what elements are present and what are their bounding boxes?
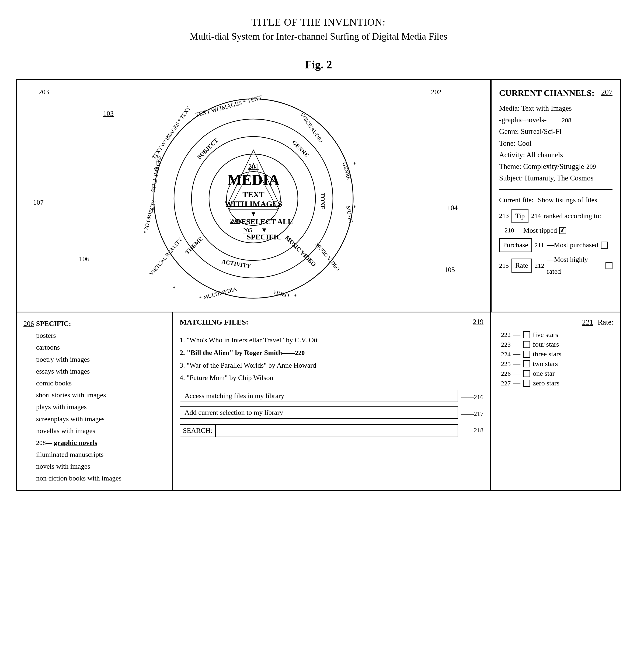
rate-item-0: 222 — five stars xyxy=(497,331,614,339)
svg-text:*: * xyxy=(166,134,169,141)
tip-num: 213 xyxy=(499,210,509,221)
ref-104: 104 xyxy=(447,204,458,212)
svg-text:GENRE: GENRE xyxy=(291,139,311,158)
svg-text:* MULTIMEDIA: * MULTIMEDIA xyxy=(199,286,237,302)
specific-item-novels: novels with images xyxy=(36,460,122,472)
rate-num2: 212 xyxy=(535,260,544,271)
most-tipped-num: 210 xyxy=(505,225,514,236)
specific-item-5: short stories with images xyxy=(36,389,122,401)
svg-text:*: * xyxy=(294,293,297,299)
svg-text:MEDIA: MEDIA xyxy=(228,171,279,188)
specific-panel: 206 SPECIFIC: posters cartoons poetry wi… xyxy=(17,312,173,490)
svg-text:VOICE/AUDIO: VOICE/AUDIO xyxy=(299,111,324,144)
svg-text:*: * xyxy=(340,244,343,251)
rate-checkbox-0[interactable] xyxy=(523,331,530,338)
rate-panel-title: Rate: xyxy=(598,318,614,326)
rate-label-5: zero stars xyxy=(533,379,560,387)
specific-item-nonfiction: non-fiction books with images xyxy=(36,472,122,484)
specific-graphic-novels: graphic novels xyxy=(54,437,97,449)
rate-checkbox-4[interactable] xyxy=(523,370,530,377)
most-tipped-checkbox[interactable]: ✗ xyxy=(559,227,566,234)
rate-item-3: 225 — two stars xyxy=(497,360,614,368)
rate-checkbox-2[interactable] xyxy=(523,351,530,358)
channels-graphic-novels: -graphic novels- xyxy=(499,114,546,126)
svg-text:VIDEO: VIDEO xyxy=(272,289,290,299)
specific-item-8: novellas with images xyxy=(36,425,122,437)
ref-107: 107 xyxy=(33,199,44,206)
most-purchased-checkbox[interactable] xyxy=(601,241,608,249)
page-title: TITLE OF THE INVENTION: xyxy=(16,16,621,28)
svg-text:GENRE: GENRE xyxy=(342,162,352,180)
rate-item-5: 227 — zero stars xyxy=(497,379,614,387)
svg-text:*: * xyxy=(353,204,356,211)
rate-num1: 215 xyxy=(499,260,509,271)
channels-number: 207 xyxy=(601,87,613,98)
main-container: 203 103 202 104 105 106 107 TEXT W/ IMAG… xyxy=(16,79,621,491)
file-item-0: 1. "Who's Who in Interstellar Travel" by… xyxy=(180,334,484,347)
rate-checkbox-1[interactable] xyxy=(523,341,530,348)
svg-text:MUSIC VIDEO: MUSIC VIDEO xyxy=(314,241,341,272)
channels-activity: Activity: All channels xyxy=(499,149,613,161)
channels-theme-num: 209 xyxy=(586,161,596,171)
svg-text:201: 201 xyxy=(248,163,259,170)
most-tipped-desc: —Most tipped xyxy=(516,225,557,236)
specific-item-6: plays with images xyxy=(36,401,122,413)
rate-label-0: five stars xyxy=(533,331,558,339)
file-item-2: 3. "War of the Parallel Worlds" by Anne … xyxy=(180,359,484,372)
specific-item-illu: illuminated manuscripts xyxy=(36,449,122,460)
rate-panel-number: 221 xyxy=(582,318,593,326)
access-library-button[interactable]: Access matching files in my library xyxy=(180,390,458,402)
svg-text:*: * xyxy=(172,285,176,291)
channels-tone: Tone: Cool xyxy=(499,138,613,149)
fig-label: Fig. 2 xyxy=(16,58,621,71)
svg-text:SPECIFIC: SPECIFIC xyxy=(247,233,282,241)
channels-media: Media: Text with Images xyxy=(499,103,613,114)
rate-item-1: 223 — four stars xyxy=(497,341,614,348)
rate-label-3: two stars xyxy=(533,360,558,368)
specific-label-num: 206 xyxy=(23,318,34,330)
dial-panel: 203 103 202 104 105 106 107 TEXT W/ IMAG… xyxy=(17,80,491,312)
svg-text:*: * xyxy=(151,206,154,213)
svg-text:*: * xyxy=(154,166,157,173)
purchase-button[interactable]: Purchase xyxy=(499,238,532,252)
access-num: ——216 xyxy=(461,394,484,401)
search-input[interactable] xyxy=(215,425,458,437)
svg-text:THEME: THEME xyxy=(184,235,204,256)
dial-svg: TEXT W/ IMAGES * TEXT TEXT W/ IMAGES * T… xyxy=(132,85,375,306)
svg-text:VIRTUAL REALITY: VIRTUAL REALITY xyxy=(148,236,183,277)
file-item-3: 4. "Future Mom" by Chip Wilson xyxy=(180,372,484,384)
svg-text:ACTIVITY: ACTIVITY xyxy=(221,258,252,270)
rate-label-4: one star xyxy=(533,369,555,378)
matching-number: 219 xyxy=(473,318,484,326)
specific-title: SPECIFIC: xyxy=(36,318,122,330)
channels-panel: CURRENT CHANNELS: 207 Media: Text with I… xyxy=(491,80,620,312)
svg-text:*: * xyxy=(353,161,356,167)
svg-text:DESELECT ALL: DESELECT ALL xyxy=(236,217,293,226)
purchase-num-ref: 214 xyxy=(531,210,541,221)
current-file-label: Current file: xyxy=(499,194,533,206)
channels-theme: Theme: Complexity/Struggle xyxy=(499,161,584,172)
rate-checkbox-5[interactable] xyxy=(523,380,530,387)
specific-item-1: cartoons xyxy=(36,342,122,353)
ranked-label: ranked according to: xyxy=(544,210,601,222)
svg-text:TEXT: TEXT xyxy=(242,190,265,199)
rate-panel: 221 Rate: 222 — five stars 223 — four st… xyxy=(491,312,620,490)
specific-item-4: comic books xyxy=(36,377,122,389)
rate-desc: —Most highly rated xyxy=(547,254,603,277)
show-listings: Show listings of files xyxy=(538,194,597,206)
specific-item-7: screenplays with images xyxy=(36,413,122,425)
rate-item-4: 226 — one star xyxy=(497,369,614,378)
channels-title: CURRENT CHANNELS: xyxy=(499,87,595,99)
ref-103: 103 xyxy=(103,110,114,118)
svg-text:WITH IMAGES: WITH IMAGES xyxy=(225,199,282,208)
page-subtitle: Multi-dial System for Inter-channel Surf… xyxy=(16,31,621,42)
svg-text:STILL IMAGES: STILL IMAGES xyxy=(150,156,162,192)
add-selection-button[interactable]: Add current selection to my library xyxy=(180,406,458,419)
matching-panel: MATCHING FILES: 219 1. "Who's Who in Int… xyxy=(173,312,491,490)
ref-106: 106 xyxy=(79,255,89,263)
tip-button[interactable]: Tip xyxy=(511,209,528,223)
matching-title: MATCHING FILES: xyxy=(180,318,248,326)
rate-checkbox-3[interactable] xyxy=(523,360,530,367)
most-rated-checkbox[interactable] xyxy=(605,262,613,269)
rate-button[interactable]: Rate xyxy=(511,258,532,273)
